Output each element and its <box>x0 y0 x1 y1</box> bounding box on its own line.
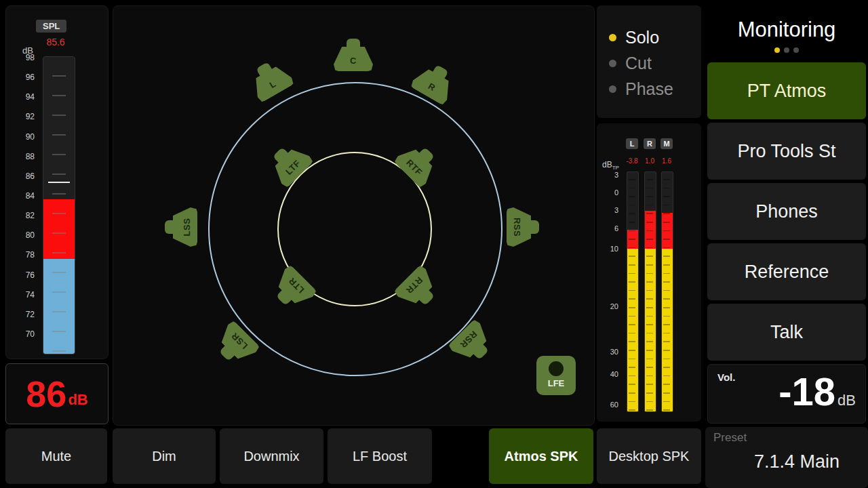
volume-label: Vol. <box>717 371 735 383</box>
spl-scale-tick: 72 <box>26 310 35 319</box>
page-dots[interactable] <box>705 47 868 53</box>
speaker-label: LSR <box>229 331 250 351</box>
spl-badge: SPL <box>36 20 66 33</box>
spl-scale-tick: 92 <box>26 113 35 121</box>
speaker-label: RTF <box>405 157 425 178</box>
page-dot[interactable] <box>784 47 789 53</box>
meter-channel-badge-m: M <box>660 138 673 149</box>
speaker-label: R <box>427 81 437 93</box>
meter-channel-badge-l: L <box>626 138 638 149</box>
spl-panel: SPL 85.6 dB 98 96 94 92 90 88 86 84 82 8… <box>5 5 108 359</box>
desktop-spk-button[interactable]: Desktop SPK <box>597 428 701 484</box>
meter-scale-tick: 40 <box>610 370 618 378</box>
speaker-l[interactable]: L <box>245 56 295 104</box>
radio-dot-icon <box>609 60 616 67</box>
mute-button[interactable]: Mute <box>5 428 107 484</box>
source-button-talk[interactable]: Talk <box>707 304 866 361</box>
solo-mode-panel: Solo Cut Phase <box>597 5 701 118</box>
speaker-c[interactable]: C <box>334 39 373 71</box>
spl-tick-marks <box>52 57 66 354</box>
meter-scale-tick: 30 <box>610 348 618 356</box>
spl-current-value: 85.6 <box>33 37 78 47</box>
atmos-spk-button[interactable]: Atmos SPK <box>489 428 593 484</box>
preset-value: 7.1.4 Main <box>732 451 861 472</box>
spl-scale-tick: 78 <box>26 251 35 259</box>
spl-scale-tick: 84 <box>26 192 35 200</box>
speaker-label: LFE <box>536 378 576 388</box>
volume-value: -18 <box>778 370 835 413</box>
spl-scale-tick: 88 <box>26 152 35 161</box>
speaker-label: LSS <box>182 218 192 237</box>
spl-big-value: 86 <box>26 375 66 412</box>
spl-scale-tick: 98 <box>26 54 35 62</box>
spl-scale-tick: 82 <box>26 211 35 220</box>
volume-unit: dB <box>837 392 856 409</box>
lfe-driver-icon <box>549 361 564 376</box>
meter-scale-tick: 3 <box>614 206 618 214</box>
spl-peak-marker <box>48 182 70 183</box>
preset-label: Preset <box>713 431 747 445</box>
meter-unit-label: dBTP <box>602 160 619 171</box>
option-phase[interactable]: Phase <box>597 76 701 102</box>
spl-scale: 98 96 94 92 90 88 86 84 82 80 78 76 74 7… <box>6 54 35 338</box>
speaker-label: LTR <box>286 276 306 296</box>
speaker-lfe[interactable]: LFE <box>536 356 576 395</box>
dim-button[interactable]: Dim <box>113 428 216 484</box>
preset-display[interactable]: Preset 7.1.4 Main <box>705 427 868 488</box>
meter-scale-tick: 6 <box>614 224 618 232</box>
source-button-pro-tools-st[interactable]: Pro Tools St <box>707 123 866 180</box>
meter-peak-value-m: 1.6 <box>656 157 677 165</box>
radio-dot-icon <box>609 85 616 93</box>
spl-scale-tick: 90 <box>26 133 35 141</box>
meter-scale-tick: 20 <box>610 302 618 310</box>
source-button-reference[interactable]: Reference <box>707 243 866 300</box>
spl-big-unit: dB <box>68 391 87 409</box>
lf-boost-button[interactable]: LF Boost <box>328 428 432 484</box>
radio-dot-icon <box>609 34 616 41</box>
page-title: Monitoring <box>705 18 868 42</box>
meter-scale-tick: 0 <box>614 188 618 197</box>
option-cut[interactable]: Cut <box>597 50 701 76</box>
page-dot[interactable] <box>793 47 799 53</box>
speaker-label: RSR <box>458 329 479 350</box>
speaker-label: L <box>268 78 278 89</box>
speaker-rss[interactable]: RSS <box>507 207 539 247</box>
speaker-label: LTF <box>283 158 302 177</box>
downmix-button[interactable]: Downmix <box>220 428 323 484</box>
spl-scale-tick: 70 <box>26 330 35 338</box>
source-button-pt-atmos[interactable]: PT Atmos <box>707 62 866 119</box>
option-solo[interactable]: Solo <box>597 24 701 50</box>
source-button-phones[interactable]: Phones <box>707 183 866 240</box>
meter-scale-tick: 60 <box>610 401 618 409</box>
meter-scale: 3 0 3 6 10 20 30 40 60 <box>597 171 618 411</box>
spl-scale-tick: 76 <box>26 271 35 279</box>
meter-tick-marks <box>629 171 635 411</box>
output-meter-panel: L R M -3.8 1.0 1.6 dBTP 3 0 3 6 10 20 30… <box>597 123 701 422</box>
spl-scale-tick: 74 <box>26 291 35 299</box>
page-dot-active[interactable] <box>774 47 780 53</box>
spl-scale-tick: 96 <box>26 73 35 81</box>
speaker-stage: C L R LTF RTF LSS RSS LTR <box>113 5 595 426</box>
meter-scale-tick: 3 <box>614 171 618 179</box>
meter-channel-badge-r: R <box>644 138 656 149</box>
spl-scale-tick: 94 <box>26 93 35 101</box>
speaker-label: C <box>350 56 357 66</box>
spl-scale-tick: 80 <box>26 231 35 239</box>
meter-tick-marks <box>646 171 653 411</box>
spl-scale-tick: 86 <box>26 172 35 180</box>
speaker-lss[interactable]: LSS <box>165 207 197 247</box>
spl-value-box: 86 dB <box>5 363 108 424</box>
spl-meter-bar <box>43 56 75 354</box>
meter-tick-marks <box>663 171 670 411</box>
volume-control[interactable]: Vol. -18 dB <box>707 364 866 424</box>
meter-scale-tick: 10 <box>610 245 618 253</box>
speaker-label: RSS <box>513 218 523 237</box>
monitor-controller-app: SPL 85.6 dB 98 96 94 92 90 88 86 84 82 8… <box>0 0 868 488</box>
speaker-label: RTR <box>404 275 425 296</box>
